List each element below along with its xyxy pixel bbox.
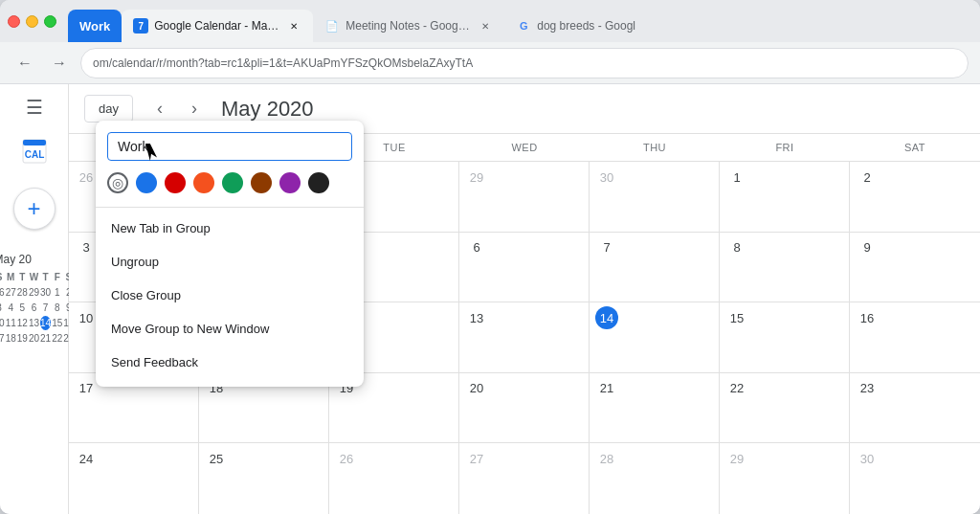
calendar-cell[interactable]: 6 (459, 233, 590, 302)
day-header-sat: SAT (850, 134, 980, 161)
today-button[interactable]: day (84, 95, 133, 123)
tab-gdocs-close-button[interactable]: ✕ (478, 18, 493, 34)
tab-gdocs-label: Meeting Notes - Google Docs (345, 19, 472, 33)
menu-divider (96, 207, 364, 208)
calendar-month-title: May 2020 (221, 97, 314, 122)
tab-google-label: dog breeds - Googl (537, 19, 635, 33)
color-picker-row: ◎ (96, 168, 364, 203)
tab-gdocs[interactable]: 📄 Meeting Notes - Google Docs ✕ (313, 10, 504, 42)
color-option-red[interactable] (165, 172, 186, 193)
forward-button[interactable]: → (46, 50, 73, 77)
color-option-blue[interactable] (136, 172, 157, 193)
color-option-purple[interactable] (279, 172, 301, 193)
create-button[interactable]: + (13, 188, 56, 230)
menu-item-move-group[interactable]: Move Group to New Window (96, 312, 364, 346)
group-name-input[interactable] (107, 132, 352, 161)
calendar-cell[interactable]: 26 (329, 443, 459, 514)
mini-calendar-grid: S M T W T F S 26 27 28 29 30 1 2 3 4 5 (0, 270, 74, 346)
sidebar: ☰ CAL + May 20 S M T W (0, 84, 69, 514)
calendar-cell[interactable]: 9 (850, 233, 980, 302)
hamburger-icon[interactable]: ☰ (26, 96, 43, 119)
tab-gcal-label: Google Calendar - May 2020 (154, 19, 280, 33)
tab-google[interactable]: G dog breeds - Googl (504, 10, 647, 42)
month-nav: ‹ › (145, 94, 210, 124)
next-month-button[interactable]: › (179, 94, 210, 124)
tab-work-label: Work (79, 19, 110, 34)
day-header-wed: WED (459, 134, 590, 161)
mini-calendar-title: May 20 (0, 253, 74, 266)
calendar-cell[interactable]: 2 (850, 162, 980, 232)
color-option-default[interactable]: ◎ (107, 172, 128, 193)
menu-item-ungroup[interactable]: Ungroup (96, 245, 364, 279)
menu-item-close-group[interactable]: Close Group (96, 279, 364, 312)
maximize-window-button[interactable] (44, 15, 56, 28)
calendar-cell[interactable]: 13 (459, 302, 590, 372)
back-button[interactable]: ← (11, 50, 38, 77)
calendar-cell[interactable]: 20 (459, 373, 590, 443)
calendar-cell[interactable]: 30 (850, 443, 980, 514)
content-area: ☰ CAL + May 20 S M T W (0, 84, 980, 514)
calendar-cell[interactable]: 15 (720, 302, 850, 372)
calendar-cell[interactable]: 22 (720, 373, 850, 443)
calendar-cell[interactable]: 16 (850, 302, 980, 372)
tab-bar: Work 7 Google Calendar - May 2020 ✕ 📄 Me… (68, 0, 647, 42)
color-option-green[interactable] (222, 172, 243, 193)
menu-input-row (96, 121, 364, 168)
svg-text:CAL: CAL (24, 149, 44, 160)
menu-item-feedback[interactable]: Send Feedback (96, 346, 364, 379)
title-bar: Work 7 Google Calendar - May 2020 ✕ 📄 Me… (0, 0, 980, 42)
color-option-orange[interactable] (193, 172, 214, 193)
tab-group-context-menu: ◎ New Tab in Group Ungroup Close Group M… (96, 121, 364, 387)
traffic-lights (8, 15, 56, 28)
tab-work[interactable]: Work (68, 10, 122, 42)
omnibox-url: om/calendar/r/month?tab=rc1&pli=1&t=AKUa… (93, 56, 473, 70)
svg-rect-2 (23, 140, 46, 145)
calendar-row: 24 25 26 27 28 29 30 (69, 443, 980, 514)
calendar-cell[interactable]: 23 (850, 373, 980, 443)
color-option-dark[interactable] (308, 172, 329, 193)
browser-window: Work 7 Google Calendar - May 2020 ✕ 📄 Me… (0, 0, 980, 514)
nav-bar: ← → om/calendar/r/month?tab=rc1&pli=1&t=… (0, 42, 980, 84)
menu-item-new-tab[interactable]: New Tab in Group (96, 212, 364, 245)
close-window-button[interactable] (8, 15, 20, 28)
color-option-dark-red[interactable] (251, 172, 272, 193)
prev-month-button[interactable]: ‹ (145, 94, 175, 124)
tab-gdocs-favicon: 📄 (324, 18, 340, 34)
minimize-window-button[interactable] (26, 15, 38, 28)
calendar-cell[interactable]: 8 (720, 233, 850, 302)
tab-gcal-favicon: 7 (133, 18, 148, 34)
calendar-cell[interactable]: 28 (590, 443, 720, 514)
calendar-cell[interactable]: 25 (199, 443, 329, 514)
tab-gcal-close-button[interactable]: ✕ (286, 18, 301, 34)
calendar-cell[interactable]: 29 (720, 443, 850, 514)
calendar-cell[interactable]: 27 (459, 443, 590, 514)
day-header-fri: FRI (720, 134, 850, 161)
omnibox[interactable]: om/calendar/r/month?tab=rc1&pli=1&t=AKUa… (80, 48, 969, 78)
calendar-cell[interactable]: 7 (590, 233, 720, 302)
tab-google-favicon: G (516, 18, 531, 34)
calendar-cell[interactable]: 30 (590, 162, 720, 232)
calendar-cell[interactable]: 29 (459, 162, 590, 232)
plus-icon: + (27, 195, 40, 222)
google-calendar-logo: CAL (17, 134, 52, 168)
day-header-thu: THU (590, 134, 720, 161)
tab-gcal[interactable]: 7 Google Calendar - May 2020 ✕ (122, 10, 313, 42)
calendar-cell[interactable]: 21 (590, 373, 720, 443)
calendar-cell-today[interactable]: 14 (590, 302, 720, 372)
calendar-cell[interactable]: 24 (69, 443, 199, 514)
calendar-cell[interactable]: 1 (720, 162, 850, 232)
